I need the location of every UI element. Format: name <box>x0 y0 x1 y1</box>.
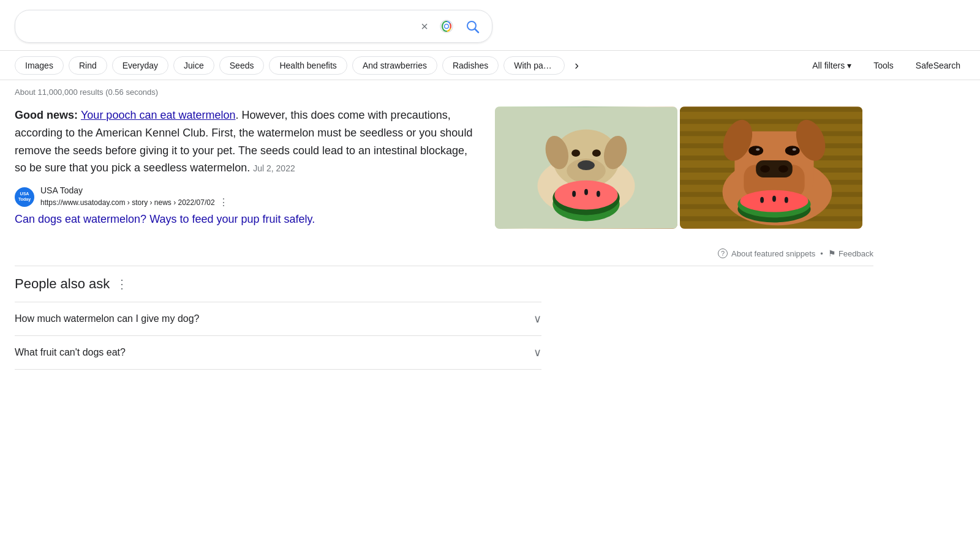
about-snippets-button[interactable]: ? About featured snippets <box>718 248 815 258</box>
about-snippets-label: About featured snippets <box>731 249 815 258</box>
dog-2-illustration <box>680 106 862 229</box>
snippet-date: Jul 2, 2022 <box>253 163 295 173</box>
svg-point-39 <box>793 148 796 151</box>
paa-title: People also ask <box>15 276 110 292</box>
source-info: USA Today https://www.usatoday.com › sto… <box>40 185 228 208</box>
search-button[interactable] <box>462 17 482 36</box>
snippet-images <box>495 106 862 229</box>
svg-point-37 <box>785 146 800 155</box>
feedback-icon: ⚑ <box>828 248 836 258</box>
snippet-text-block: Good news: Your pooch can eat watermelon… <box>15 106 480 229</box>
paa-item-0[interactable]: How much watermelon can I give my dog? ∨ <box>15 302 541 335</box>
source-options-button[interactable]: ⋮ <box>219 196 228 208</box>
featured-snippet: Good news: Your pooch can eat watermelon… <box>15 106 873 229</box>
paa-item-1[interactable]: What fruit can't dogs eat? ∨ <box>15 335 541 370</box>
lens-icon <box>439 19 454 34</box>
all-filters-label: All filters <box>812 61 845 70</box>
paa-chevron-1: ∨ <box>533 346 541 359</box>
svg-point-46 <box>772 196 776 202</box>
search-input[interactable]: can dogs eat watermelon <box>25 20 412 33</box>
dog-1-illustration <box>495 106 677 229</box>
svg-line-3 <box>475 29 479 33</box>
chip-with-panc[interactable]: With panc… <box>503 56 565 75</box>
chip-and-strawberries[interactable]: And strawberries <box>352 56 437 75</box>
svg-point-14 <box>572 191 576 197</box>
filter-right-actions: All filters ▾ Tools SafeSearch <box>807 57 965 74</box>
clear-button[interactable]: × <box>418 17 431 36</box>
source-name: USA Today <box>40 185 228 195</box>
separator: • <box>820 249 823 258</box>
svg-point-45 <box>760 197 764 203</box>
scroll-right-button[interactable]: › <box>570 56 584 75</box>
search-bar: can dogs eat watermelon × <box>15 10 492 43</box>
svg-point-34 <box>760 165 770 173</box>
svg-rect-20 <box>680 107 862 112</box>
chip-juice[interactable]: Juice <box>173 56 214 75</box>
source-url: https://www.usatoday.com › story › news … <box>40 196 228 208</box>
chip-images[interactable]: Images <box>15 56 64 75</box>
paa-question-1: What fruit can't dogs eat? <box>15 347 126 358</box>
svg-point-10 <box>592 149 601 157</box>
chip-health-benefits[interactable]: Health benefits <box>269 56 347 75</box>
feedback-label: Feedback <box>839 249 873 258</box>
svg-rect-21 <box>680 119 862 124</box>
paa-header: People also ask ⋮ <box>15 276 873 292</box>
all-filters-button[interactable]: All filters ▾ <box>807 57 856 74</box>
dog-image-2[interactable] <box>680 106 862 229</box>
svg-point-1 <box>445 24 449 29</box>
article-title-link[interactable]: Can dogs eat watermelon? Ways to feed yo… <box>15 213 480 226</box>
chip-radishes[interactable]: Radishes <box>442 56 499 75</box>
chip-seeds[interactable]: Seeds <box>219 56 265 75</box>
all-filters-chevron-icon: ▾ <box>847 61 851 70</box>
tools-button[interactable]: Tools <box>869 57 899 74</box>
source-block: USAToday USA Today https://www.usatoday.… <box>15 185 480 208</box>
paa-question-0: How much watermelon can I give my dog? <box>15 313 199 324</box>
dog-image-1[interactable] <box>495 106 677 229</box>
filter-bar: Images Rind Everyday Juice Seeds Health … <box>0 51 980 80</box>
chip-rind[interactable]: Rind <box>69 56 107 75</box>
snippet-linked-text[interactable]: Your pooch can eat watermelon <box>81 109 236 121</box>
svg-point-16 <box>597 191 600 197</box>
chip-everyday[interactable]: Everyday <box>112 56 168 75</box>
svg-point-9 <box>571 149 580 157</box>
paa-chevron-0: ∨ <box>533 312 541 326</box>
paa-section: People also ask ⋮ How much watermelon ca… <box>15 276 873 370</box>
svg-point-36 <box>748 146 763 155</box>
safesearch-button[interactable]: SafeSearch <box>911 57 965 74</box>
main-content: About 11,000,000 results (0.56 seconds) … <box>0 80 888 384</box>
question-mark-icon: ? <box>718 248 728 258</box>
svg-point-47 <box>785 197 788 203</box>
source-logo: USAToday <box>15 187 34 207</box>
svg-point-35 <box>778 165 788 173</box>
svg-point-8 <box>578 160 595 170</box>
snippet-footer: ? About featured snippets • ⚑ Feedback <box>15 241 873 266</box>
good-news-prefix: Good news: <box>15 109 81 121</box>
results-count: About 11,000,000 results (0.56 seconds) <box>15 88 873 97</box>
snippet-text: Good news: Your pooch can eat watermelon… <box>15 106 480 177</box>
source-logo-text: USAToday <box>18 192 31 202</box>
feedback-button[interactable]: ⚑ Feedback <box>828 248 873 258</box>
lens-button[interactable] <box>437 17 456 36</box>
paa-options-button[interactable]: ⋮ <box>116 277 128 291</box>
search-magnify-icon <box>465 19 480 34</box>
svg-point-15 <box>584 189 588 195</box>
search-header: can dogs eat watermelon × <box>0 0 980 51</box>
svg-point-38 <box>756 148 760 151</box>
